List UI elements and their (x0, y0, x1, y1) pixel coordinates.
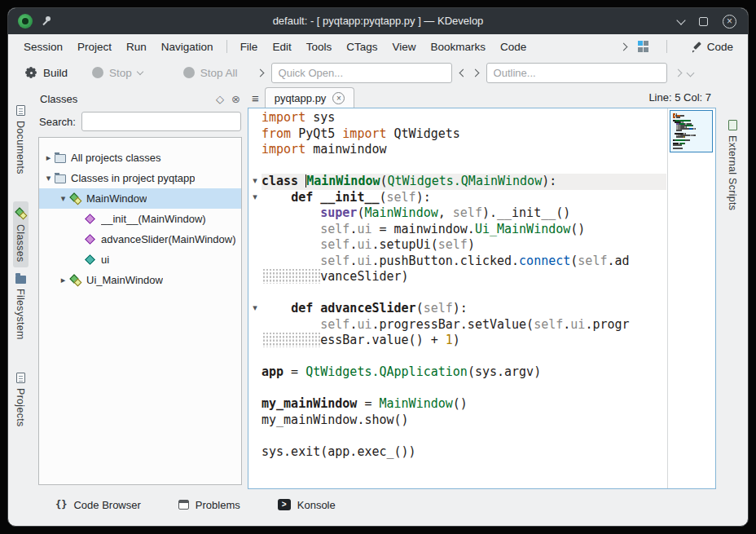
code-line[interactable]: self.ui.pushButton.clicked.connect(self.… (262, 254, 666, 270)
dock-tab-label: Filesystem (15, 289, 26, 340)
dock-tab-projects[interactable]: Projects (13, 367, 28, 433)
code-line[interactable]: my_mainWindow.show() (262, 413, 666, 429)
menu-item-project[interactable]: Project (70, 38, 119, 56)
dock-tab-filesystem[interactable]: Filesystem (13, 267, 28, 346)
editor-tab-pyqtapp[interactable]: pyqtapp.py × (265, 87, 355, 108)
minimap-scrollbar[interactable] (667, 108, 715, 488)
code-line[interactable]: import mainwindow (262, 142, 666, 158)
code-line[interactable]: self.ui.setupUi(self) (262, 237, 666, 254)
code-line[interactable]: from PyQt5 import QtWidgets (262, 126, 666, 143)
maximize-icon[interactable] (699, 17, 708, 26)
code-token: ui (357, 222, 371, 236)
code-line[interactable]: self.ui.progressBar.setValue(self.ui.pro… (262, 317, 666, 333)
code-line[interactable]: my_mainWindow = MainWindow() (262, 396, 666, 413)
fold-arrow-icon[interactable]: ▾ (248, 190, 262, 206)
code-line[interactable] (262, 349, 666, 365)
menu-item-navigation[interactable]: Navigation (154, 38, 221, 56)
code-line[interactable] (262, 158, 666, 174)
tree-item-mainwindow[interactable]: ▾MainWindow (39, 188, 241, 209)
bottom-tab-konsole[interactable]: >Konsole (273, 496, 341, 514)
code-token: () (570, 222, 585, 236)
tree-item-classes-in-project-pyqtapp[interactable]: ▾Classes in project pyqtapp (39, 168, 241, 188)
plasma-grid-icon[interactable] (638, 41, 649, 52)
code-line[interactable]: essBar.value() + 1) (262, 333, 666, 349)
code-token (262, 237, 320, 252)
code-token: sys (305, 110, 335, 125)
menu-item-session[interactable]: Session (16, 38, 70, 56)
menu-item-code[interactable]: Code (493, 38, 534, 56)
toolbar-expand-icon[interactable] (256, 68, 264, 77)
code-token: ( (570, 254, 578, 268)
tree-item-advanceslider-mainwindow-[interactable]: advanceSlider(MainWindow) (39, 229, 241, 249)
bottom-dock-tabbar: {}Code BrowserProblems>Konsole (8, 489, 748, 520)
stop-button[interactable]: Stop (86, 64, 149, 82)
close-icon[interactable]: × (723, 15, 736, 29)
dock-tab-external-scripts[interactable]: External Scripts (725, 114, 740, 216)
expander-collapsed-icon[interactable]: ▸ (57, 275, 69, 285)
code-token: def (291, 190, 313, 205)
dock-tab-classes[interactable]: Classes (13, 201, 29, 268)
tree-item-label: MainWindow (86, 192, 147, 205)
bottom-tab-code-browser[interactable]: {}Code Browser (51, 496, 146, 514)
menu-item-ctags[interactable]: CTags (339, 38, 385, 56)
code-token (262, 254, 320, 268)
quick-open-input[interactable] (271, 63, 452, 83)
code-line[interactable]: def advanceSlider(self): (262, 301, 666, 317)
minimap-viewport[interactable] (670, 110, 713, 152)
code-token: , (438, 205, 453, 220)
code-line[interactable]: vanceSlider) (262, 269, 666, 285)
tree-item--init-mainwindow-[interactable]: __init__(MainWindow) (39, 209, 241, 229)
outline-dropdown-icon[interactable] (686, 68, 694, 77)
code-line[interactable] (262, 381, 666, 397)
stop-all-button[interactable]: Stop All (177, 64, 244, 82)
code-token: .setupUi( (371, 237, 437, 252)
titlebar[interactable]: default: - [ pyqtapp:pyqtapp.py ] — KDev… (8, 8, 748, 34)
outline-input[interactable] (486, 63, 667, 83)
tree-item-ui[interactable]: ui (39, 249, 241, 270)
expander-expanded-icon[interactable]: ▾ (42, 173, 55, 183)
code-toolbar-button[interactable]: Code (684, 38, 740, 55)
outline-next-icon[interactable] (674, 68, 682, 77)
minimap-segment (695, 128, 697, 130)
code-token: self (453, 205, 482, 220)
code-line[interactable]: sys.exit(app.exec_()) (262, 444, 666, 461)
bottom-tab-problems[interactable]: Problems (174, 496, 245, 514)
fold-arrow-icon[interactable]: ▾ (248, 174, 262, 190)
dock-tab-documents[interactable]: Documents (13, 99, 28, 180)
menu-item-tools[interactable]: Tools (299, 38, 340, 56)
fold-arrow-icon[interactable]: ▾ (248, 301, 262, 317)
minimize-icon[interactable] (676, 15, 685, 24)
code-line[interactable]: super(MainWindow, self).__init__() (262, 205, 666, 222)
code-line[interactable]: class MainWindow(QtWidgets.QMainWindow): (262, 174, 666, 190)
expander-expanded-icon[interactable]: ▾ (57, 193, 69, 204)
build-button[interactable]: Build (18, 63, 74, 82)
code-line[interactable]: app = QtWidgets.QApplication(sys.argv) (262, 364, 666, 381)
tree-item-all-projects-classes[interactable]: ▸All projects classes (39, 148, 241, 168)
menu-item-run[interactable]: Run (119, 38, 154, 56)
code-line[interactable]: def __init__(self): (262, 190, 666, 206)
menu-item-view[interactable]: View (385, 38, 423, 56)
stop-dropdown-icon[interactable] (137, 68, 143, 74)
code-area[interactable]: import sysfrom PyQt5 import QtWidgetsimp… (262, 108, 666, 488)
nav-back-icon[interactable] (459, 68, 467, 77)
nav-forward-icon[interactable] (471, 68, 479, 77)
code-token: QtWidgets (387, 126, 460, 141)
menu-overflow-icon[interactable] (619, 42, 627, 51)
menu-item-edit[interactable]: Edit (265, 38, 298, 56)
expander-collapsed-icon[interactable]: ▸ (42, 152, 55, 163)
gutter-cell (248, 428, 262, 444)
code-line[interactable]: import sys (262, 110, 666, 126)
code-editor[interactable]: ▾▾▾ import sysfrom PyQt5 import QtWidget… (248, 108, 716, 489)
tree-item-ui-mainwindow[interactable]: ▸Ui_MainWindow (39, 270, 241, 290)
menu-item-file[interactable]: File (233, 38, 266, 56)
document-list-icon[interactable]: ≡ (252, 92, 259, 104)
code-line[interactable] (262, 428, 666, 444)
pin-icon[interactable] (41, 15, 52, 27)
close-panel-icon[interactable]: ⊗ (231, 94, 240, 104)
detach-panel-icon[interactable]: ◇ (216, 94, 224, 104)
tab-close-icon[interactable]: × (332, 92, 345, 104)
menu-item-bookmarks[interactable]: Bookmarks (423, 38, 493, 56)
code-line[interactable] (262, 285, 666, 302)
code-line[interactable]: self.ui = mainwindow.Ui_MainWindow() (262, 222, 666, 238)
search-input[interactable] (81, 112, 241, 131)
